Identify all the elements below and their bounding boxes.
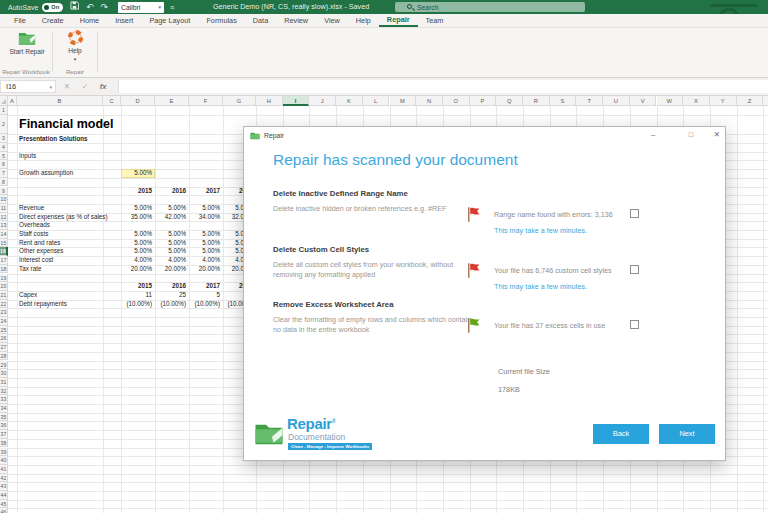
row-header-10[interactable]: 10 xyxy=(0,195,8,204)
row-header-21[interactable]: 21 xyxy=(0,291,8,300)
cell-F20[interactable]: 2017 xyxy=(189,282,220,291)
row-header-27[interactable]: 27 xyxy=(0,343,8,352)
select-all-corner[interactable] xyxy=(0,96,8,106)
confirm-entry-icon[interactable]: ✓ xyxy=(78,80,92,93)
cell-E22[interactable]: (10.00%) xyxy=(155,300,186,309)
column-header-T[interactable]: T xyxy=(576,96,603,106)
cell-F15[interactable]: 5.00% xyxy=(189,239,220,248)
cell-E18[interactable]: 20.00% xyxy=(155,265,186,274)
column-header-A[interactable]: A xyxy=(8,96,17,106)
redo-icon[interactable]: ↷ xyxy=(101,0,109,14)
tab-repair[interactable]: Repair xyxy=(379,14,418,27)
row-header-9[interactable]: 9 xyxy=(0,187,8,196)
minimize-icon[interactable]: – xyxy=(642,127,664,143)
cell-F22[interactable]: (10.00%) xyxy=(189,300,220,309)
cell-F14[interactable]: 5.00% xyxy=(189,230,220,239)
cell-D14[interactable]: 5.00% xyxy=(121,230,152,239)
cell-F18[interactable]: 20.00% xyxy=(189,265,220,274)
cell-B13[interactable]: Overheads xyxy=(19,221,159,230)
row-header-44[interactable]: 44 xyxy=(0,491,8,500)
row-header-12[interactable]: 12 xyxy=(0,213,8,222)
cell-E14[interactable]: 5.00% xyxy=(155,230,186,239)
qat-more-icon[interactable]: ≡ xyxy=(170,4,174,11)
column-header-H[interactable]: H xyxy=(256,96,283,106)
tab-create[interactable]: Create xyxy=(34,14,72,27)
row-header-11[interactable]: 11 xyxy=(0,204,8,213)
column-header-D[interactable]: D xyxy=(121,96,155,106)
section-checkbox[interactable] xyxy=(630,320,639,329)
row-header-42[interactable]: 42 xyxy=(0,474,8,483)
row-header-41[interactable]: 41 xyxy=(0,465,8,474)
cell-D17[interactable]: 4.00% xyxy=(121,256,152,265)
cell-E9[interactable]: 2016 xyxy=(155,187,186,196)
row-header-26[interactable]: 26 xyxy=(0,334,8,343)
column-header-S[interactable]: S xyxy=(550,96,577,106)
cell-E16[interactable]: 5.00% xyxy=(155,247,186,256)
column-header-V[interactable]: V xyxy=(630,96,657,106)
row-header-31[interactable]: 31 xyxy=(0,378,8,387)
row-header-28[interactable]: 28 xyxy=(0,352,8,361)
column-header-R[interactable]: R xyxy=(523,96,550,106)
column-header-E[interactable]: E xyxy=(155,96,189,106)
row-header-1[interactable]: 1 xyxy=(0,106,8,115)
cell-F9[interactable]: 2017 xyxy=(189,187,220,196)
cell-E20[interactable]: 2016 xyxy=(155,282,186,291)
cell-D21[interactable]: 11 xyxy=(121,291,152,300)
name-box[interactable]: I16 ▾ xyxy=(0,80,56,93)
row-header-8[interactable]: 8 xyxy=(0,178,8,187)
row-header-14[interactable]: 14 xyxy=(0,230,8,239)
column-header-M[interactable]: M xyxy=(390,96,417,106)
row-header-17[interactable]: 17 xyxy=(0,256,8,265)
tab-view[interactable]: View xyxy=(316,14,348,27)
cell-E12[interactable]: 42.00% xyxy=(155,213,186,222)
row-header-38[interactable]: 38 xyxy=(0,439,8,448)
column-header-I[interactable]: I xyxy=(283,96,310,106)
column-header-Q[interactable]: Q xyxy=(496,96,523,106)
column-header-Z[interactable]: Z xyxy=(737,96,764,106)
row-header-24[interactable]: 24 xyxy=(0,317,8,326)
column-header-O[interactable]: O xyxy=(443,96,470,106)
font-name-dropdown[interactable]: Calibri ▾ xyxy=(118,2,164,13)
column-header-B[interactable]: B xyxy=(17,96,103,106)
row-header-40[interactable]: 40 xyxy=(0,456,8,465)
back-button[interactable]: Back xyxy=(593,424,649,444)
cell-E11[interactable]: 5.00% xyxy=(155,204,186,213)
search-input[interactable] xyxy=(417,4,567,11)
column-header-J[interactable]: J xyxy=(309,96,336,106)
cell-D11[interactable]: 5.00% xyxy=(121,204,152,213)
column-header-L[interactable]: L xyxy=(363,96,390,106)
cell-B2[interactable]: Financial model xyxy=(19,115,159,134)
search-box[interactable] xyxy=(395,2,585,12)
start-repair-button[interactable]: Start Repair xyxy=(6,30,48,68)
row-header-16[interactable]: 16 xyxy=(0,247,8,256)
cancel-entry-icon[interactable]: ✕ xyxy=(60,80,74,93)
row-header-15[interactable]: 15 xyxy=(0,239,8,248)
cell-D12[interactable]: 35.00% xyxy=(121,213,152,222)
row-header-23[interactable]: 23 xyxy=(0,308,8,317)
section-checkbox[interactable] xyxy=(630,265,639,274)
section-checkbox[interactable] xyxy=(630,209,639,218)
cell-D7[interactable]: 5.00% xyxy=(121,169,152,178)
autosave-toggle[interactable]: On xyxy=(42,3,63,12)
tab-page-layout[interactable]: Page Layout xyxy=(141,14,198,27)
cell-E17[interactable]: 4.00% xyxy=(155,256,186,265)
row-header-22[interactable]: 22 xyxy=(0,300,8,309)
tab-team[interactable]: Team xyxy=(418,14,452,27)
insert-function-icon[interactable]: fx xyxy=(96,80,110,93)
row-header-13[interactable]: 13 xyxy=(0,221,8,230)
formula-input[interactable] xyxy=(118,80,768,93)
column-header-K[interactable]: K xyxy=(336,96,363,106)
row-header-33[interactable]: 33 xyxy=(0,395,8,404)
cell-D20[interactable]: 2015 xyxy=(121,282,152,291)
row-header-20[interactable]: 20 xyxy=(0,282,8,291)
cell-F12[interactable]: 34.00% xyxy=(189,213,220,222)
undo-icon[interactable]: ↶ xyxy=(86,0,94,14)
maximize-icon[interactable]: □ xyxy=(680,127,702,143)
tab-file[interactable]: File xyxy=(6,14,34,27)
cell-B5[interactable]: Inputs xyxy=(19,152,159,161)
row-header-29[interactable]: 29 xyxy=(0,361,8,370)
row-header-4[interactable]: 4 xyxy=(0,143,8,152)
row-header-19[interactable]: 19 xyxy=(0,274,8,283)
row-header-3[interactable]: 3 xyxy=(0,134,8,143)
row-header-46[interactable]: 46 xyxy=(0,508,8,513)
